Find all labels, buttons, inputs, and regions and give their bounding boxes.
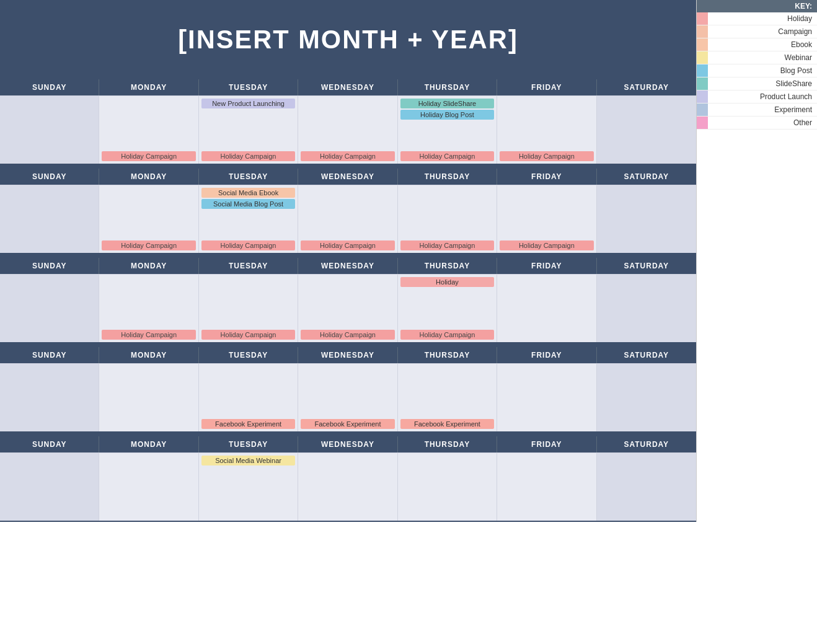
day-cell: Holiday Campaign bbox=[99, 185, 198, 253]
key-item: Webinar bbox=[697, 51, 817, 64]
bottom-tag: Facebook Experiment bbox=[400, 419, 494, 429]
event-tag: Holiday SlideShare bbox=[400, 99, 494, 108]
day-name: FRIDAY bbox=[497, 258, 596, 274]
bottom-tag: Holiday Campaign bbox=[301, 240, 394, 250]
bottom-tag: Holiday Campaign bbox=[301, 330, 394, 340]
key-item-label: Webinar bbox=[708, 51, 817, 64]
key-color-swatch bbox=[697, 51, 708, 64]
bottom-tag: Facebook Experiment bbox=[201, 419, 295, 429]
day-name: TUESDAY bbox=[199, 436, 298, 452]
week-body-4: Social Media Webinar bbox=[0, 452, 696, 522]
day-name: SUNDAY bbox=[0, 347, 99, 363]
week-body-0: Holiday CampaignNew Product LaunchingHol… bbox=[0, 95, 696, 165]
key-color-swatch bbox=[697, 117, 708, 129]
day-cell bbox=[398, 452, 497, 521]
day-name: WEDNESDAY bbox=[298, 436, 397, 452]
day-name: SATURDAY bbox=[597, 169, 696, 185]
bottom-tag: Holiday Campaign bbox=[201, 330, 295, 340]
day-name: WEDNESDAY bbox=[298, 79, 397, 95]
bottom-tag: Holiday Campaign bbox=[400, 151, 494, 161]
day-cell: Facebook Experiment bbox=[199, 363, 298, 431]
cell-events: Holiday bbox=[400, 277, 494, 287]
key-item-label: SlideShare bbox=[708, 77, 817, 90]
weeks-container: SUNDAYMONDAYTUESDAYWEDNESDAYTHURSDAYFRID… bbox=[0, 79, 696, 522]
day-name: THURSDAY bbox=[398, 347, 497, 363]
key-item: Other bbox=[697, 117, 817, 130]
week-header-4: SUNDAYMONDAYTUESDAYWEDNESDAYTHURSDAYFRID… bbox=[0, 436, 696, 452]
day-cell bbox=[597, 452, 696, 521]
day-cell bbox=[298, 452, 397, 521]
event-tag: New Product Launching bbox=[201, 99, 295, 108]
day-cell: Facebook Experiment bbox=[398, 363, 497, 431]
key-color-swatch bbox=[697, 12, 708, 25]
day-cell: Facebook Experiment bbox=[298, 363, 397, 431]
key-item: Product Launch bbox=[697, 90, 817, 104]
key-item: Experiment bbox=[697, 104, 817, 117]
day-cell bbox=[597, 274, 696, 342]
day-name: FRIDAY bbox=[497, 79, 596, 95]
cell-events: New Product Launching bbox=[201, 99, 295, 108]
day-name: THURSDAY bbox=[398, 258, 497, 274]
day-cell bbox=[0, 95, 99, 164]
bottom-tag: Facebook Experiment bbox=[301, 419, 394, 429]
calendar-area: [INSERT MONTH + YEAR] SUNDAYMONDAYTUESDA… bbox=[0, 0, 696, 522]
key-item: Blog Post bbox=[697, 64, 817, 77]
day-name: MONDAY bbox=[99, 258, 198, 274]
day-cell: Social Media EbookSocial Media Blog Post… bbox=[199, 185, 298, 253]
key-color-swatch bbox=[697, 25, 708, 38]
bottom-tag: Holiday Campaign bbox=[500, 151, 593, 161]
day-name: TUESDAY bbox=[199, 347, 298, 363]
week-header-2: SUNDAYMONDAYTUESDAYWEDNESDAYTHURSDAYFRID… bbox=[0, 258, 696, 274]
bottom-tag: Holiday Campaign bbox=[102, 151, 195, 161]
day-name: THURSDAY bbox=[398, 79, 497, 95]
key-color-swatch bbox=[697, 77, 708, 90]
day-cell bbox=[0, 452, 99, 521]
day-cell bbox=[597, 185, 696, 253]
key-color-swatch bbox=[697, 38, 708, 51]
week-header-1: SUNDAYMONDAYTUESDAYWEDNESDAYTHURSDAYFRID… bbox=[0, 169, 696, 185]
event-tag: Social Media Webinar bbox=[201, 456, 295, 465]
day-cell: Holiday Campaign bbox=[497, 95, 596, 164]
bottom-tag: Holiday Campaign bbox=[400, 240, 494, 250]
day-name: FRIDAY bbox=[497, 169, 596, 185]
day-cell: Holiday Campaign bbox=[398, 185, 497, 253]
week-header-3: SUNDAYMONDAYTUESDAYWEDNESDAYTHURSDAYFRID… bbox=[0, 347, 696, 363]
key-item-label: Experiment bbox=[708, 104, 817, 116]
day-cell: HolidayHoliday Campaign bbox=[398, 274, 497, 342]
day-cell bbox=[0, 363, 99, 431]
bottom-tag: Holiday Campaign bbox=[301, 151, 394, 161]
key-item: SlideShare bbox=[697, 77, 817, 90]
key-item-label: Blog Post bbox=[708, 64, 817, 77]
key-item: Holiday bbox=[697, 12, 817, 25]
bottom-tag: Holiday Campaign bbox=[201, 151, 295, 161]
cell-events: Social Media Webinar bbox=[201, 456, 295, 465]
key-item: Ebook bbox=[697, 38, 817, 51]
event-tag: Social Media Ebook bbox=[201, 188, 295, 198]
day-name: TUESDAY bbox=[199, 258, 298, 274]
day-name: SATURDAY bbox=[597, 79, 696, 95]
week-body-3: Facebook ExperimentFacebook ExperimentFa… bbox=[0, 363, 696, 433]
day-name: MONDAY bbox=[99, 79, 198, 95]
calendar-header: [INSERT MONTH + YEAR] bbox=[0, 0, 696, 79]
bottom-tag: Holiday Campaign bbox=[102, 330, 195, 340]
week-body-2: Holiday CampaignHoliday CampaignHoliday … bbox=[0, 274, 696, 343]
bottom-tag: Holiday Campaign bbox=[500, 240, 593, 250]
day-cell bbox=[497, 452, 596, 521]
day-name: SATURDAY bbox=[597, 258, 696, 274]
bottom-tag: Holiday Campaign bbox=[400, 330, 494, 340]
day-name: MONDAY bbox=[99, 169, 198, 185]
week-header-0: SUNDAYMONDAYTUESDAYWEDNESDAYTHURSDAYFRID… bbox=[0, 79, 696, 95]
day-cell bbox=[99, 452, 198, 521]
day-name: SATURDAY bbox=[597, 347, 696, 363]
day-cell bbox=[0, 274, 99, 342]
day-name: SUNDAY bbox=[0, 258, 99, 274]
cell-events: Social Media EbookSocial Media Blog Post bbox=[201, 188, 295, 209]
key-panel: KEY: Holiday Campaign Ebook Webinar Blog… bbox=[696, 0, 817, 522]
day-cell bbox=[0, 185, 99, 253]
key-item: Campaign bbox=[697, 25, 817, 38]
key-item-label: Holiday bbox=[708, 12, 817, 25]
day-cell: Holiday Campaign bbox=[298, 185, 397, 253]
day-cell: Holiday Campaign bbox=[298, 274, 397, 342]
week-body-1: Holiday CampaignSocial Media EbookSocial… bbox=[0, 185, 696, 254]
day-name: THURSDAY bbox=[398, 169, 497, 185]
